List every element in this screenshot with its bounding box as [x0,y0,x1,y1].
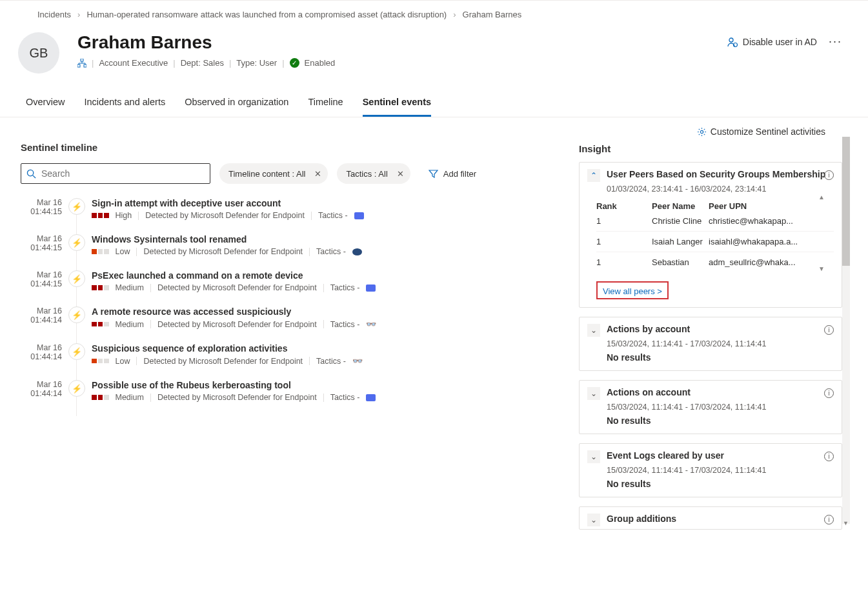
severity-indicator [92,285,109,290]
close-icon[interactable]: ✕ [397,169,404,179]
lightning-icon: ⚡ [68,270,85,287]
info-icon[interactable]: i [824,388,834,398]
insight-card-group-additions: i ⌄ Group additions [579,506,842,530]
chevron-down-icon: ⌄ [590,389,597,398]
insight-card-actions-by: i ⌄ Actions by account 15/03/2024, 11:14… [579,317,842,371]
search-field[interactable] [40,168,205,179]
severity-indicator [92,359,109,364]
info-icon[interactable]: i [824,325,834,335]
tab-observed[interactable]: Observed in organization [185,97,288,117]
timeline-event[interactable]: Mar 1601:44:14 ⚡ A remote resource was a… [21,306,579,343]
scroll-down-icon[interactable]: ▼ [818,265,825,272]
role-label: Account Executive [99,58,168,68]
info-icon[interactable]: i [824,452,834,461]
view-all-peers-button[interactable]: View all peers > [596,281,669,299]
tab-bar: Overview Incidents and alerts Observed i… [0,97,868,117]
insight-card-actions-on: i ⌄ Actions on account 15/03/2024, 11:14… [579,380,842,434]
lightning-icon: ⚡ [68,198,85,215]
timeline-event[interactable]: Mar 1601:44:14 ⚡ Possible use of the Rub… [21,380,579,416]
info-icon[interactable]: i [824,515,834,524]
tactics-label: Tactics - [318,211,348,220]
event-title: Possible use of the Rubeus kerberoasting… [92,380,579,390]
tab-overview[interactable]: Overview [26,97,65,117]
search-input[interactable] [21,163,210,184]
check-circle-icon: ✓ [290,58,299,68]
no-results: No results [587,348,834,363]
tab-sentinel[interactable]: Sentinel events [363,97,431,117]
card-title: User Peers Based on Security Groups Memb… [607,169,825,179]
table-row[interactable]: 1Isaiah Langerisaiahl@whakapapa.a... [596,232,834,252]
lightning-icon: ⚡ [68,380,85,397]
disable-user-button[interactable]: Disable user in AD [727,37,817,47]
column-name: Peer Name [652,201,709,211]
timeline-event[interactable]: Mar 1601:44:14 ⚡ Suspicious sequence of … [21,343,579,380]
severity-indicator [92,395,109,400]
add-filter-button[interactable]: Add filter [419,163,483,184]
chevron-down-icon: ⌄ [590,452,597,461]
breadcrumb: Incidents › Human-operated ransomware at… [0,1,868,28]
event-title: A remote resource was accessed suspiciou… [92,306,579,317]
column-rank: Rank [596,201,652,211]
page-title: Graham Barnes [77,32,727,53]
collapse-button[interactable]: ⌃ [587,169,600,182]
tactic-icon: 👓 [366,319,376,329]
chevron-down-icon: ⌄ [590,515,597,524]
tab-incidents[interactable]: Incidents and alerts [84,97,165,117]
table-row[interactable]: 1Christie Clinechristiec@whakapap... [596,211,834,232]
info-icon[interactable]: i [824,170,834,180]
severity-indicator [92,322,109,327]
timeline-event[interactable]: Mar 1601:44:15 ⚡ Sign-in attempt with de… [21,198,579,234]
svg-rect-2 [84,65,86,67]
filter-icon [429,170,438,178]
close-icon[interactable]: ✕ [314,169,321,179]
timeline-event[interactable]: Mar 1601:44:15 ⚡ Windows Sysinternals to… [21,234,579,270]
lightning-icon: ⚡ [68,343,85,360]
svg-rect-0 [81,59,83,61]
avatar: GB [18,32,59,74]
hierarchy-icon[interactable] [77,59,86,68]
event-title: Suspicious sequence of exploration activ… [92,343,579,354]
table-row[interactable]: 1Sebastianadm_seullric@whaka... [596,252,834,272]
more-button[interactable]: ··· [829,35,842,48]
filter-chip-tactics[interactable]: Tactics : All ✕ [337,163,410,184]
no-results: No results [587,412,834,426]
svg-point-3 [729,38,733,42]
event-title: Sign-in attempt with deceptive user acco… [92,198,579,208]
lightning-icon: ⚡ [68,234,85,251]
expand-button[interactable]: ⌄ [587,324,600,337]
breadcrumb-root[interactable]: Incidents [37,10,71,19]
scroll-up-icon[interactable]: ▲ [818,194,825,201]
expand-button[interactable]: ⌄ [587,387,600,400]
breadcrumb-incident[interactable]: Human-operated ransomware attack was lau… [86,10,447,19]
timeline-list: Mar 1601:44:15 ⚡ Sign-in attempt with de… [21,198,579,416]
svg-point-5 [700,130,703,133]
svg-rect-1 [77,65,80,67]
expand-button[interactable]: ⌄ [587,450,600,463]
svg-line-7 [33,175,35,177]
search-icon [26,169,36,179]
no-results: No results [587,475,834,489]
severity-label: High [116,211,132,220]
timeline-event[interactable]: Mar 1601:44:15 ⚡ PsExec launched a comma… [21,270,579,306]
gear-icon [697,127,707,137]
detection-label: Detected by Microsoft Defender for Endpo… [145,211,305,220]
insight-card-peers: i ⌃ User Peers Based on Security Groups … [579,162,842,308]
filter-chip-content[interactable]: Timeline content : All ✕ [219,163,328,184]
tactic-icon [354,212,364,219]
dept-label: Dept: Sales [181,58,224,68]
expand-button[interactable]: ⌄ [587,514,600,526]
insight-title: Insight [579,138,842,162]
status-label: Enabled [305,58,336,68]
tactic-icon [366,285,376,292]
tactic-icon [352,248,362,255]
severity-indicator [92,213,109,218]
card-range: 01/03/2024, 23:14:41 - 16/03/2024, 23:14… [587,182,834,194]
insight-card-eventlogs: i ⌄ Event Logs cleared by user 15/03/202… [579,443,842,497]
customize-button[interactable]: Customize Sentinel activities [711,126,825,137]
scrollbar[interactable]: ▼ [842,137,850,524]
tab-timeline[interactable]: Timeline [308,97,343,117]
event-title: Windows Sysinternals tool renamed [92,234,579,245]
type-label: Type: User [236,58,277,68]
event-title: PsExec launched a command on a remote de… [92,270,579,281]
page-header: GB Graham Barnes | Account Executive | D… [0,28,868,74]
